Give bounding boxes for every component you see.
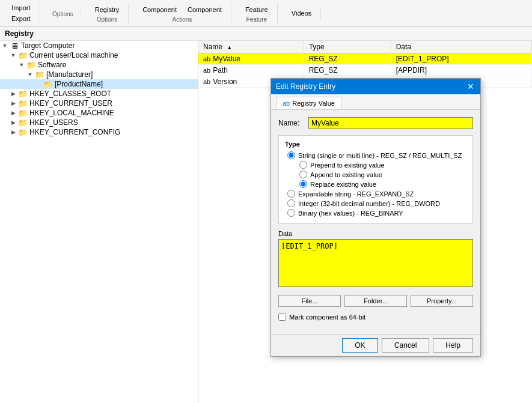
tree-toggle-hkey_users[interactable]: ▶ <box>8 120 18 126</box>
reg-icon-1: ab <box>203 67 210 74</box>
tree-item-hkey_classes_root[interactable]: ▶ 📁 HKEY_CLASSES_ROOT <box>0 89 198 98</box>
row-name-0: MyValue <box>213 55 240 63</box>
name-row: Name: <box>278 117 473 129</box>
tree-item-manufacturer[interactable]: ▼ 📁 [Manufacturer] <box>0 70 198 79</box>
folder-icon-hkey_local_machine: 📁 <box>18 109 28 117</box>
type-prepend-option[interactable]: Prepend to existing value <box>297 161 466 169</box>
folder-icon-hkey_current_config: 📁 <box>18 128 28 136</box>
toolbar-group-component: Component Component Actions <box>133 3 231 24</box>
type-string-radio[interactable] <box>287 151 295 159</box>
tree-item-hkey_current_config[interactable]: ▶ 📁 HKEY_CURRENT_CONFIG <box>0 127 198 137</box>
data-label: Data <box>278 230 473 237</box>
tree-toggle-hkey_current_user[interactable]: ▶ <box>8 100 18 106</box>
import-button[interactable]: Import <box>7 2 34 13</box>
reg-icon-2: ab <box>203 78 210 85</box>
file-button[interactable]: File... <box>278 295 341 307</box>
toolbar-group-feature: Feature Feature <box>236 3 278 24</box>
type-prepend-radio[interactable] <box>299 161 307 169</box>
videos-button[interactable]: Videos <box>287 8 316 19</box>
tree-label-hkey_current_user: HKEY_CURRENT_USER <box>29 99 112 108</box>
dialog-tab-bar: ab Registry Value <box>271 94 480 110</box>
cancel-button[interactable]: Cancel <box>382 338 429 353</box>
tree-label-manufacturer: [Manufacturer] <box>46 70 93 79</box>
type-replace-option[interactable]: Replace existing value <box>297 180 466 188</box>
property-button[interactable]: Property... <box>411 295 473 307</box>
options-label: Options <box>97 16 117 23</box>
tree-toggle-hkey_classes_root[interactable]: ▶ <box>8 91 18 97</box>
type-binary-radio[interactable] <box>287 209 295 217</box>
tree-label-hkey_users: HKEY_USERS <box>29 118 78 127</box>
type-binary-option[interactable]: Binary (hex values) - REG_BINARY <box>285 209 466 217</box>
data-textarea[interactable]: [EDIT_1_PROP] <box>278 239 473 287</box>
cell-name-1: ab Path <box>198 65 304 76</box>
dialog-titlebar: Edit Registry Entry ✕ <box>271 79 480 94</box>
col-name[interactable]: Name ▲ <box>198 41 304 53</box>
name-label: Name: <box>278 119 308 127</box>
tree-label-software: Software <box>38 61 66 69</box>
tree-item-hkey_current_user[interactable]: ▶ 📁 HKEY_CURRENT_USER <box>0 98 198 108</box>
tree-toggle-software[interactable]: ▼ <box>17 62 26 68</box>
folder-icon-productname: 📁 <box>43 80 53 88</box>
toolbar-group-export: Import Export <box>2 1 40 25</box>
component-button-1[interactable]: Component <box>138 4 181 15</box>
edit-registry-dialog: Edit Registry Entry ✕ ab Registry Value … <box>271 78 481 357</box>
type-append-radio[interactable] <box>299 171 307 178</box>
tree-item-software[interactable]: ▼ 📁 Software <box>0 60 198 70</box>
dialog-body: Name: Type String (single or multi line)… <box>271 110 480 334</box>
type-binary-label: Binary (hex values) - REG_BINARY <box>298 210 403 217</box>
tree-toggle-hkey_local_machine[interactable]: ▶ <box>8 110 18 116</box>
tree-toggle-current_user_local[interactable]: ▼ <box>8 52 18 58</box>
feature-button[interactable]: Feature <box>241 4 272 15</box>
type-dword-option[interactable]: Integer (32-bit decimal number) - REG_DW… <box>285 199 466 207</box>
type-append-label: Append to existing value <box>310 171 382 178</box>
dialog-close-button[interactable]: ✕ <box>466 82 475 91</box>
table-row[interactable]: ab Path REG_SZ [APPDIR] <box>198 65 532 76</box>
ok-button[interactable]: OK <box>342 338 378 353</box>
clipboard-label: Options <box>52 11 73 17</box>
type-replace-radio[interactable] <box>299 180 307 188</box>
folder-button[interactable]: Folder... <box>344 295 407 307</box>
tree-label-current_user_local: Current user/Local machine <box>29 51 118 59</box>
tree-label-hkey_local_machine: HKEY_LOCAL_MACHINE <box>29 109 114 117</box>
tree-toggle-manufacturer[interactable]: ▼ <box>25 71 35 77</box>
toolbar-group-clipboard: Options <box>45 8 81 19</box>
col-data[interactable]: Data <box>391 41 531 53</box>
type-string-option[interactable]: String (single or multi line) - REG_SZ /… <box>285 151 466 159</box>
tree-item-hkey_users[interactable]: ▶ 📁 HKEY_USERS <box>0 118 198 127</box>
folder-icon-current_user_local: 📁 <box>18 51 28 59</box>
registry-button[interactable]: Registry <box>91 4 123 15</box>
data-group: Data [EDIT_1_PROP] <box>278 230 473 289</box>
col-type[interactable]: Type <box>304 41 391 53</box>
folder-icon-hkey_users: 📁 <box>18 118 28 127</box>
type-dword-radio[interactable] <box>287 199 295 207</box>
tree-toggle-target[interactable]: ▼ <box>0 43 10 49</box>
folder-icon-hkey_current_user: 📁 <box>18 99 28 108</box>
component-button-2[interactable]: Component <box>183 4 226 15</box>
dialog-title: Edit Registry Entry <box>276 82 335 91</box>
registry-title: Registry <box>5 29 34 38</box>
64bit-checkbox[interactable] <box>278 313 286 321</box>
registry-value-tab[interactable]: ab Registry Value <box>276 97 341 109</box>
help-button[interactable]: Help <box>433 338 473 353</box>
name-input[interactable] <box>308 117 473 129</box>
folder-icon-software: 📁 <box>26 61 36 69</box>
tree-item-current_user_local[interactable]: ▼ 📁 Current user/Local machine <box>0 50 198 60</box>
tree-item-hkey_local_machine[interactable]: ▶ 📁 HKEY_LOCAL_MACHINE <box>0 108 198 118</box>
type-append-option[interactable]: Append to existing value <box>297 171 466 178</box>
export-button[interactable]: Export <box>7 13 35 24</box>
type-dword-label: Integer (32-bit decimal number) - REG_DW… <box>298 200 440 207</box>
tree-item-productname[interactable]: 📁 [ProductName] <box>0 79 198 89</box>
data-buttons: File... Folder... Property... <box>278 295 473 307</box>
type-expand-label: Expandable string - REG_EXPAND_SZ <box>298 190 414 198</box>
type-expand-option[interactable]: Expandable string - REG_EXPAND_SZ <box>285 190 466 198</box>
dialog-footer: OK Cancel Help <box>271 334 480 356</box>
type-expand-radio[interactable] <box>287 190 295 198</box>
cell-data-1: [APPDIR] <box>391 65 531 76</box>
tree-item-target[interactable]: ▼ 🖥 Target Computer <box>0 41 198 50</box>
sub-options: Prepend to existing value Append to exis… <box>285 161 466 188</box>
checkbox-row: Mark component as 64-bit <box>278 313 473 321</box>
tree-toggle-hkey_current_config[interactable]: ▶ <box>8 129 18 135</box>
folder-icon-target: 🖥 <box>10 41 19 50</box>
table-row[interactable]: ab MyValue REG_SZ [EDIT_1_PROP] <box>198 53 532 65</box>
type-prepend-label: Prepend to existing value <box>310 162 385 169</box>
